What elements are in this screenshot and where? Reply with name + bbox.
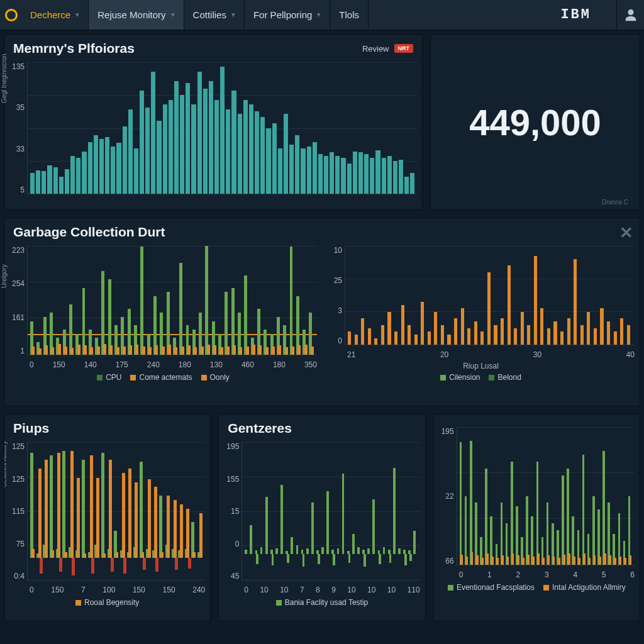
legend-item[interactable]: Rooal Begensity: [75, 598, 139, 607]
bar: [537, 553, 540, 565]
bar: [399, 160, 403, 194]
bar: [522, 558, 525, 565]
bar: [404, 177, 409, 194]
x-axis: 0150140175240180130460180350: [4, 358, 322, 370]
bar: [353, 152, 357, 194]
bar: [381, 325, 384, 345]
bar: [96, 478, 99, 558]
bar: [70, 348, 74, 355]
close-icon[interactable]: ✕: [619, 223, 633, 243]
panel-title: Gentzeres: [228, 421, 292, 436]
nav-item-monitor[interactable]: Rejuse Monitory ▾: [89, 0, 184, 30]
plot-area[interactable]: [27, 62, 417, 194]
x-tick: 150: [133, 586, 145, 594]
bar: [285, 347, 288, 355]
bar: [313, 142, 317, 194]
bar: [151, 72, 155, 194]
bar: [45, 345, 48, 355]
bar: [226, 109, 230, 194]
bar: [527, 555, 530, 565]
plot-area[interactable]: [457, 427, 635, 565]
bar: [485, 469, 487, 565]
x-tick: 150: [163, 586, 175, 594]
bar: [187, 345, 191, 355]
y-tick: 125: [12, 442, 25, 451]
bar: [501, 318, 504, 345]
bar: [155, 558, 158, 572]
nav-item-cottilies[interactable]: Cottilies ▾: [184, 0, 245, 30]
bar: [521, 312, 524, 345]
bar: [84, 345, 87, 355]
bar: [116, 143, 121, 194]
bar: [414, 335, 418, 345]
nav-label: Decherce: [30, 9, 70, 20]
legend-swatch-icon: [130, 375, 136, 380]
bar: [101, 453, 104, 558]
plot-area[interactable]: [27, 442, 205, 580]
bar: [65, 169, 69, 194]
bar: [192, 552, 196, 557]
panel-gentzeres: Gentzeres 19515515045 01010789101010110 …: [218, 414, 425, 621]
bar: [321, 547, 324, 554]
legend-item[interactable]: Oonly: [201, 373, 230, 382]
x-tick: 0: [30, 586, 34, 594]
nav-item-decherce[interactable]: Decherce ▾: [21, 0, 89, 30]
legend-item[interactable]: CPU: [97, 373, 121, 382]
bar: [203, 89, 208, 194]
bar: [441, 325, 444, 345]
bar: [480, 331, 484, 345]
review-link[interactable]: Review: [362, 44, 389, 53]
bar: [594, 328, 597, 345]
legend-item[interactable]: Cilension: [440, 373, 480, 382]
bar: [160, 552, 164, 557]
chart-gc-right: 102530: [322, 242, 640, 348]
bar: [624, 558, 626, 565]
user-menu[interactable]: [616, 0, 644, 30]
nav-label: Cottilies: [193, 9, 226, 20]
brand-text: IBM: [535, 0, 616, 30]
panel-memory: Memrny's Plfoioras Review NRT Gegl Inegi…: [4, 34, 423, 210]
x-axis: 21203040: [322, 348, 640, 360]
plot-area[interactable]: [27, 246, 317, 355]
bar: [296, 545, 299, 554]
legend-item[interactable]: Intal Actigution Allmiry: [543, 583, 626, 592]
legend-item[interactable]: Come actemats: [130, 373, 192, 382]
bar: [454, 318, 457, 345]
legend-item[interactable]: Bania Faclity usad Testip: [276, 598, 369, 607]
bar: [214, 100, 219, 194]
x-axis: 01010789101010110: [219, 583, 425, 596]
bar: [62, 451, 65, 558]
y-tick: 155: [226, 475, 239, 484]
bar: [77, 478, 80, 558]
bar: [70, 451, 74, 558]
detail-link[interactable]: Dranns C: [596, 197, 635, 207]
legend-swatch-icon: [97, 375, 103, 380]
y-tick: 3: [338, 306, 342, 315]
bar: [58, 344, 61, 355]
bar: [90, 347, 93, 355]
bar: [600, 308, 603, 345]
bar: [252, 345, 255, 355]
bar: [508, 265, 511, 345]
legend-item[interactable]: Eventionad Facsplatios: [448, 583, 535, 592]
bar: [128, 109, 133, 194]
bar: [580, 325, 584, 345]
plot-area[interactable]: [345, 246, 635, 345]
legend: Rooal Begensity: [4, 596, 210, 612]
bar: [583, 553, 586, 565]
legend-item[interactable]: Belond: [489, 373, 521, 382]
plot-area[interactable]: [242, 442, 419, 580]
x-tick: 3: [545, 570, 549, 579]
bar: [553, 557, 555, 565]
nav-item-pellporing[interactable]: For Pellporing ▾: [245, 0, 330, 30]
nav-item-tools[interactable]: Tlols: [330, 0, 369, 30]
bar: [387, 312, 391, 345]
bar: [36, 170, 40, 194]
y-tick: 195: [226, 442, 239, 451]
bar: [69, 304, 72, 355]
bar: [30, 453, 33, 558]
user-icon: [624, 8, 638, 22]
bar: [90, 455, 93, 557]
bar: [179, 263, 182, 355]
bar: [364, 554, 366, 567]
